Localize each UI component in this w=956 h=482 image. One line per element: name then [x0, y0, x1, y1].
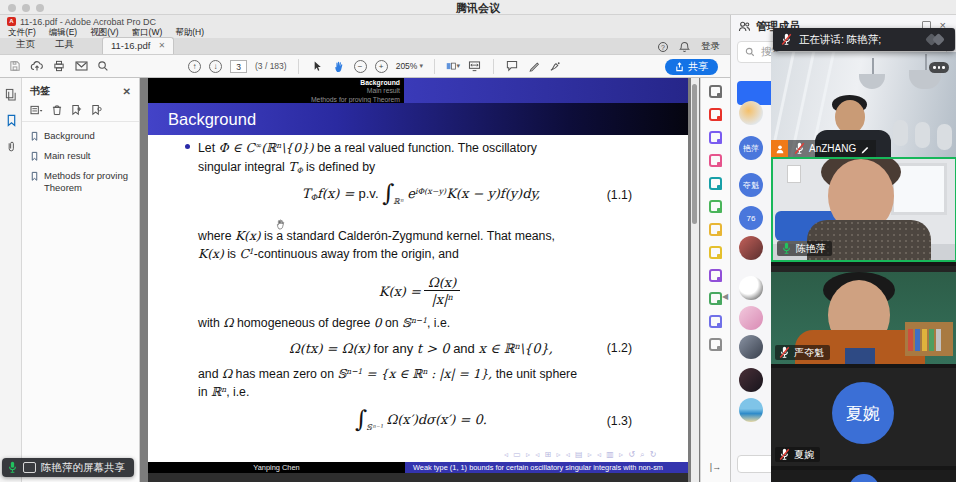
- organize-pages-icon[interactable]: [709, 154, 722, 167]
- host-badge-icon: [771, 140, 788, 157]
- slide-title: Background: [148, 103, 688, 135]
- screen-share-status[interactable]: 陈艳萍的屏幕共享: [2, 458, 134, 477]
- tencent-meeting-logo-icon: [925, 33, 947, 47]
- slide-footer-title: Weak type (1, 1) bounds for certain osci…: [405, 462, 688, 473]
- edit-pdf-icon[interactable]: [709, 131, 722, 144]
- minitoc-entry: Main result: [311, 87, 400, 95]
- login-button[interactable]: 登录: [701, 40, 720, 53]
- bookmark-icon: [30, 131, 39, 142]
- page-number-input[interactable]: 3: [230, 60, 247, 73]
- cloud-upload-icon[interactable]: [30, 59, 44, 73]
- close-tab-icon[interactable]: ✕: [158, 41, 165, 50]
- slide-footer: Yanping Chen Weak type (1, 1) bounds for…: [148, 462, 688, 473]
- avatar: 艳萍: [739, 136, 763, 160]
- tab-home[interactable]: 主页: [6, 36, 45, 54]
- video-tile-partial[interactable]: [771, 470, 956, 482]
- attachments-icon[interactable]: [0, 136, 22, 156]
- bookmark-icon: [30, 151, 39, 162]
- collapse-panel-icon[interactable]: ◀: [722, 292, 728, 301]
- delete-bookmark-icon[interactable]: [52, 104, 62, 116]
- bookmark-item-background[interactable]: Background: [30, 130, 135, 142]
- next-page-icon[interactable]: ↓: [209, 60, 222, 73]
- members-icon: [738, 21, 751, 32]
- avatar: 夏婉: [832, 382, 894, 444]
- page-thumbnails-icon[interactable]: [0, 84, 22, 104]
- share-button[interactable]: 共享: [665, 59, 718, 75]
- protect-icon[interactable]: [709, 315, 722, 328]
- bookmark-options-icon[interactable]: [30, 105, 43, 116]
- beamer-navigation-symbols[interactable]: ◃ ▭ ▹ ◃ ⊞ ▹ ◃ ▤ ▹ ◃ ▥ ▹ ↺ ⌕ ↻: [504, 450, 658, 460]
- bookmark-item-main-result[interactable]: Main result: [30, 150, 135, 162]
- page-count: (3 / 183): [255, 61, 287, 71]
- tab-tools[interactable]: 工具: [45, 36, 84, 54]
- scrollbar-thumb[interactable]: [692, 84, 697, 224]
- mic-muted-icon: [779, 346, 790, 359]
- print-icon[interactable]: [52, 59, 66, 73]
- zoom-in-icon[interactable]: +: [375, 60, 388, 73]
- edit-name-icon[interactable]: [860, 144, 870, 154]
- participant-video-person: [835, 100, 865, 134]
- document-scrollbar[interactable]: [691, 78, 699, 482]
- fit-width-icon[interactable]: [468, 59, 482, 73]
- slide-text-line: and Ω has mean zero on 𝕊n−1 = {x ∈ ℝn : …: [198, 366, 644, 383]
- equation-tag: (1.2): [607, 341, 632, 355]
- email-icon[interactable]: [74, 59, 88, 73]
- avatar: [739, 276, 763, 300]
- mic-muted-icon: [794, 142, 805, 155]
- pencil-icon[interactable]: [527, 59, 541, 73]
- acrobat-app-icon: A: [7, 17, 16, 26]
- equation-tag: (1.1): [607, 188, 632, 202]
- bookmark-item-methods-for-proving-theorem[interactable]: Methods for proving Theorem: [30, 170, 135, 194]
- video-tile-yanduokui[interactable]: 严夺魁: [771, 266, 956, 364]
- slide-text-line: Let Φ ∈ C∞(ℝn\{0}) be a real valued func…: [198, 140, 644, 157]
- acrobat-toolbar: ↑ ↓ 3 (3 / 183) − + 205%▾ ▾ 共享: [0, 54, 730, 78]
- video-name-label: 陈艳萍: [777, 241, 832, 256]
- equation-1-3: ∫𝕊ⁿ⁻¹Ω(x′)dσ(x′) = 0. (1.3): [198, 406, 644, 436]
- pdf-slide-page: BackgroundMain resultMethods for proving…: [148, 78, 688, 473]
- acrobat-window-title: 11-16.pdf - Adobe Acrobat Pro DC: [20, 17, 156, 27]
- bookmark-settings-icon[interactable]: [91, 104, 102, 116]
- equation-kernel: K(x) = Ω(x)|x|n: [198, 270, 644, 312]
- fill-sign-icon[interactable]: [709, 269, 722, 282]
- new-bookmark-icon[interactable]: [71, 104, 82, 116]
- find-icon[interactable]: [96, 59, 110, 73]
- comment-icon[interactable]: [505, 59, 519, 73]
- comment-icon[interactable]: [709, 246, 722, 259]
- speaking-indicator-toast: 正在讲话: 陈艳萍;: [773, 28, 955, 51]
- hand-tool-icon[interactable]: [332, 59, 346, 73]
- more-options-icon[interactable]: [929, 62, 949, 73]
- zoom-level-dropdown[interactable]: 205%▾: [396, 61, 423, 71]
- avatar: [739, 335, 763, 359]
- tab-document[interactable]: 11-16.pdf✕: [102, 37, 174, 54]
- close-bookmarks-icon[interactable]: ✕: [123, 86, 131, 97]
- slide-text-line: singular integral TΦ is defined by: [198, 159, 644, 176]
- video-tile-xiawan[interactable]: 夏婉 夏婉: [771, 368, 956, 466]
- video-tile-chenyanping-speaking[interactable]: 陈艳萍: [771, 157, 956, 262]
- select-tool-icon[interactable]: [310, 59, 324, 73]
- page-display-icon[interactable]: ▾: [446, 59, 460, 73]
- video-tile-anzhang[interactable]: AnZHANG: [771, 52, 956, 157]
- previous-page-icon[interactable]: ↑: [188, 60, 201, 73]
- video-name-label: AnZHANG: [771, 140, 876, 157]
- create-pdf-icon[interactable]: [709, 177, 722, 190]
- slide-text-line: in ℝn, i.e.: [198, 384, 644, 401]
- stamp-icon[interactable]: [709, 292, 722, 305]
- notification-bell-icon[interactable]: [679, 41, 690, 53]
- bookshelf: [905, 322, 953, 356]
- zoom-out-icon[interactable]: −: [354, 60, 367, 73]
- meeting-panel: 管理成员 × 搜索 A (主艳萍陈夺魁严7615曹曾郭金李庞 AnZHANG: [730, 15, 956, 482]
- document-canvas[interactable]: BackgroundMain resultMethods for proving…: [140, 78, 700, 482]
- avatar: [739, 306, 763, 330]
- share-file-icon[interactable]: [709, 223, 722, 236]
- search-tool-icon[interactable]: [709, 85, 722, 98]
- fill-sign-icon[interactable]: [549, 59, 563, 73]
- help-icon[interactable]: ?: [658, 42, 668, 52]
- save-icon[interactable]: [8, 59, 22, 73]
- equation-tag: (1.3): [607, 414, 632, 428]
- bookmarks-panel-icon[interactable]: [0, 110, 22, 130]
- more-tools-icon[interactable]: [709, 338, 722, 351]
- equation-1-1: TΦf(x) = p.v. ∫ℝⁿeiΦ(x−y)K(x − y)f(y)dy,…: [198, 182, 644, 208]
- export-pdf-icon[interactable]: [709, 108, 722, 121]
- expand-tools-icon[interactable]: |→: [710, 462, 721, 472]
- combine-files-icon[interactable]: [709, 200, 722, 213]
